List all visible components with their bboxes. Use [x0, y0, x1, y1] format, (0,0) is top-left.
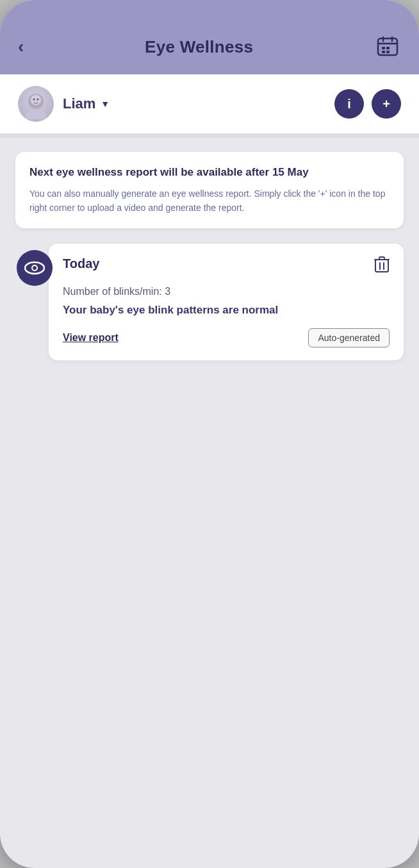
- header: ‹ Eye Wellness: [0, 0, 419, 74]
- report-date: Today: [63, 256, 99, 271]
- svg-rect-18: [379, 257, 384, 260]
- content-area: Next eye wellness report will be availab…: [0, 138, 419, 374]
- calendar-button[interactable]: [374, 33, 401, 60]
- eye-icon: [24, 261, 45, 275]
- eye-icon-circle: [17, 250, 53, 286]
- blinks-per-min: Number of blinks/min: 3: [63, 286, 390, 297]
- report-card-header: Today: [63, 256, 390, 277]
- plus-icon: +: [382, 97, 390, 112]
- view-report-link[interactable]: View report: [63, 332, 119, 344]
- avatar: [18, 86, 54, 122]
- user-actions: i +: [334, 89, 401, 119]
- report-card: Today Number of blinks/min: 3 Your baby'…: [49, 244, 404, 360]
- notice-body: You can also manually generate an eye we…: [29, 187, 390, 215]
- back-button[interactable]: ‹: [18, 38, 24, 56]
- eye-icon-col: [15, 244, 54, 286]
- report-row: Today Number of blinks/min: 3 Your baby'…: [15, 244, 404, 360]
- svg-rect-6: [382, 51, 385, 53]
- page-title: Eye Wellness: [145, 37, 253, 57]
- add-button[interactable]: +: [372, 89, 401, 119]
- auto-generated-badge: Auto-generated: [308, 328, 390, 347]
- notice-card: Next eye wellness report will be availab…: [15, 152, 404, 228]
- user-row: Liam ▼ i +: [0, 74, 419, 134]
- svg-rect-4: [382, 47, 385, 49]
- info-icon: i: [347, 97, 351, 112]
- svg-point-9: [26, 109, 46, 119]
- svg-point-11: [33, 99, 35, 101]
- user-name: Liam: [63, 96, 95, 112]
- phone-shell: ‹ Eye Wellness: [0, 0, 419, 868]
- avatar-image: [21, 88, 51, 119]
- svg-rect-5: [386, 47, 390, 49]
- notice-title: Next eye wellness report will be availab…: [29, 165, 390, 180]
- svg-point-12: [37, 99, 39, 101]
- user-name-row[interactable]: Liam ▼: [63, 96, 334, 112]
- dropdown-arrow-icon: ▼: [101, 99, 110, 109]
- svg-rect-7: [386, 51, 390, 53]
- svg-rect-16: [375, 260, 388, 272]
- info-button[interactable]: i: [334, 89, 364, 119]
- trash-icon: [374, 256, 390, 273]
- blink-status: Your baby's eye blink patterns are norma…: [63, 304, 390, 317]
- calendar-icon: [376, 35, 399, 58]
- delete-report-button[interactable]: [374, 256, 390, 277]
- svg-point-15: [33, 266, 37, 270]
- report-footer: View report Auto-generated: [63, 328, 390, 347]
